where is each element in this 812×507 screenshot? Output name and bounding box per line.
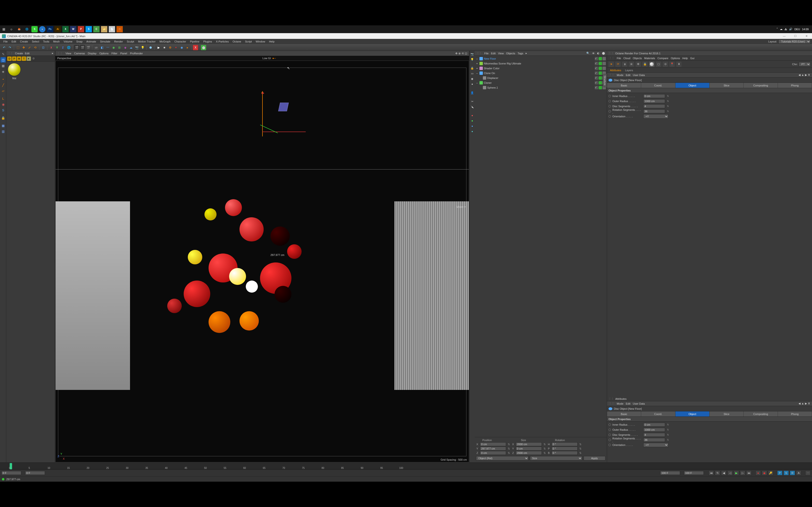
camera[interactable]: 📷 — [134, 45, 140, 50]
attr-menu-userdata[interactable]: User Data — [633, 74, 645, 76]
nav-pin-icon[interactable]: ⬆ — [808, 402, 810, 405]
vp-camera-icon[interactable]: 📷 — [470, 52, 474, 56]
render-tag[interactable]: · — [599, 81, 602, 84]
attr-tab-slice[interactable]: Slice — [710, 83, 744, 88]
grip-icon[interactable]: ⋮⋮ — [609, 56, 614, 60]
nav-up-icon[interactable]: ▲ — [801, 73, 804, 76]
tab-layers[interactable]: Layers — [623, 68, 635, 72]
oct-export-icon[interactable]: ⬇ — [676, 62, 681, 67]
network-icon[interactable]: 🖧 — [784, 28, 787, 31]
filter-p[interactable]: P — [12, 56, 16, 61]
anim-dot[interactable] — [609, 424, 611, 426]
anim-dot[interactable] — [609, 105, 611, 107]
maximize-button[interactable]: ☐ — [792, 35, 799, 38]
cube-primitive[interactable]: ◧ — [99, 45, 105, 50]
undo-button[interactable]: ↶ — [1, 45, 7, 50]
attr-tab-basic[interactable]: Basic — [607, 411, 641, 416]
xparticles-button[interactable]: X — [193, 45, 198, 50]
effector-button[interactable]: ✦ — [173, 45, 179, 50]
property-input[interactable] — [643, 94, 665, 98]
oct-resume-icon[interactable]: R — [629, 62, 634, 67]
stop-button[interactable]: ■ — [162, 45, 167, 50]
close-button[interactable]: ✕ — [803, 35, 810, 38]
grip-icon[interactable]: ⋮⋮ — [476, 52, 482, 55]
menu-script[interactable]: Script — [243, 40, 254, 44]
menu-volume[interactable]: Volume — [62, 40, 74, 44]
volume-icon[interactable]: 🔊 — [789, 27, 793, 31]
oct-menu-compare[interactable]: Compare — [657, 57, 668, 60]
render-region-button[interactable]: 🎬 — [80, 45, 85, 50]
attr-menu-edit[interactable]: Edit — [626, 74, 630, 76]
end-frame-input[interactable] — [660, 471, 680, 475]
volume-tool[interactable]: ⬢ — [148, 45, 153, 50]
object-name[interactable]: Clone On — [484, 72, 594, 74]
anim-dot[interactable] — [609, 115, 611, 118]
skype-icon[interactable]: S — [32, 26, 38, 32]
rotate-tool[interactable]: ⟲ — [33, 45, 38, 50]
extra-tag[interactable] — [603, 57, 606, 60]
material-thumb[interactable] — [8, 63, 21, 76]
spinner-icon[interactable]: ⇅ — [666, 429, 669, 431]
anim-dot[interactable] — [609, 439, 611, 441]
pos-input[interactable] — [480, 447, 506, 451]
pos-input[interactable] — [480, 442, 506, 446]
word-icon[interactable]: W — [70, 26, 77, 32]
recent-tool[interactable]: ⊡ — [41, 45, 46, 50]
expand-toggle[interactable]: – — [475, 57, 478, 60]
property-input[interactable] — [643, 423, 665, 427]
render-tag[interactable]: · — [599, 57, 602, 60]
move-tool[interactable]: ✥ — [21, 45, 27, 50]
scale-tool[interactable]: ⤢ — [27, 45, 32, 50]
om-menu-more[interactable]: ▸ — [526, 52, 527, 55]
structure-tab[interactable]: Structure — [603, 74, 607, 88]
step-fwd-button[interactable]: ▷ — [740, 470, 745, 475]
menu-edit[interactable]: Edit — [10, 40, 18, 44]
vp-green-icon[interactable]: ● — [470, 119, 474, 123]
generator2[interactable]: ⊞ — [117, 45, 122, 50]
menu-tools[interactable]: Tools — [41, 40, 51, 44]
render-tag[interactable]: · — [599, 67, 602, 70]
om-menu-view[interactable]: View — [498, 52, 504, 55]
object-name[interactable]: Cloner — [484, 81, 594, 84]
menu-character[interactable]: Character — [172, 40, 188, 44]
object-name[interactable]: Shader Color — [484, 67, 594, 70]
menu-sculpt[interactable]: Sculpt — [125, 40, 136, 44]
keyframe-button[interactable]: 🔑 — [768, 470, 773, 475]
locked-workplane[interactable]: 🔒 — [0, 115, 6, 120]
step-back-button[interactable]: ◀ — [721, 470, 726, 475]
vp-menu-prorender[interactable]: ProRender — [130, 52, 143, 55]
key-rot-button[interactable]: R — [790, 470, 795, 475]
viewport-solo2[interactable]: ▥ — [0, 129, 6, 134]
anim-dot[interactable] — [609, 100, 611, 102]
spinner-icon[interactable]: ⇅ — [666, 424, 669, 426]
size-input[interactable] — [516, 451, 542, 455]
oct-menu-file[interactable]: File — [617, 57, 621, 60]
grip-icon[interactable]: ⋮⋮ — [609, 402, 614, 405]
filter-t[interactable]: T — [22, 56, 26, 61]
timeline-ruler[interactable]: 0510152025303540455055606570758085909510… — [0, 463, 812, 469]
anim-dot[interactable] — [609, 434, 611, 436]
menu-octane[interactable]: Octane — [231, 40, 243, 44]
skype2-icon[interactable]: S — [86, 26, 92, 32]
object-tree-item[interactable]: +Shader Color✓· — [475, 66, 607, 71]
oct-chn-select[interactable]: PT — [799, 62, 811, 66]
start-icon[interactable]: ⊞ — [1, 26, 7, 32]
oct-focus-icon[interactable]: ⊙ — [663, 62, 668, 67]
goto-start-button[interactable]: ⏮ — [709, 470, 714, 475]
play-fwd-button[interactable]: ▶ — [734, 470, 739, 475]
menu-xparticles[interactable]: X-Particles — [214, 40, 231, 44]
3d-viewport[interactable]: Move + 297.977 cm Grid Spacing : 500 cm … — [55, 61, 469, 462]
excel-icon[interactable]: X — [62, 26, 69, 32]
menu-mograph[interactable]: MoGraph — [158, 40, 172, 44]
light[interactable]: 💡 — [140, 45, 145, 50]
attr-tab-coord[interactable]: Coord. — [641, 83, 675, 88]
attr2-menu-edit[interactable]: Edit — [626, 402, 630, 405]
grip-icon[interactable]: ⋮⋮ — [8, 52, 13, 55]
visibility-tag[interactable]: ✓ — [595, 76, 598, 80]
gear-icon[interactable]: ⚙ — [167, 45, 173, 50]
attr-tab-compositing[interactable]: Compositing — [744, 411, 778, 416]
generator[interactable]: ◉ — [111, 45, 116, 50]
property-input[interactable] — [643, 428, 665, 432]
render-tag[interactable]: · — [599, 71, 602, 75]
vp-menu-options[interactable]: Options — [99, 52, 108, 55]
